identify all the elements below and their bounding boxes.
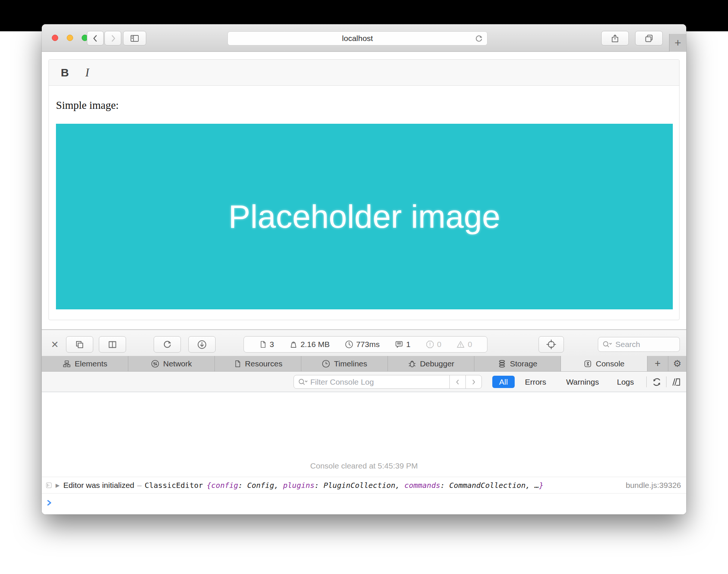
chevron-right-icon <box>108 34 118 43</box>
dock-side-button[interactable] <box>66 336 93 353</box>
circular-arrows-icon <box>652 377 662 387</box>
gear-icon: ⚙ <box>673 358 681 369</box>
share-button[interactable] <box>601 31 629 45</box>
rich-text-editor: B I Simple image: Placeholder image <box>48 59 680 320</box>
placeholder-image[interactable]: Placeholder image <box>56 124 673 309</box>
speech-bubble-icon <box>395 340 404 349</box>
log-separator: – <box>137 481 142 490</box>
dock-windows-icon <box>75 340 85 350</box>
sidebar-icon <box>129 34 140 43</box>
clear-console-button[interactable] <box>650 376 664 388</box>
page-pen-icon <box>671 377 681 387</box>
console-drawer-button[interactable] <box>669 376 684 388</box>
console-filter-input[interactable] <box>310 375 449 388</box>
search-input[interactable] <box>615 340 680 349</box>
stat-documents: 3 <box>259 340 274 349</box>
divider <box>646 376 647 387</box>
share-icon <box>610 34 620 43</box>
close-window-button[interactable] <box>52 35 58 41</box>
tab-console[interactable]: Console <box>561 356 647 371</box>
download-icon <box>197 340 207 350</box>
database-icon <box>498 359 506 368</box>
back-button[interactable] <box>87 31 104 45</box>
tab-network[interactable]: Network <box>128 356 215 371</box>
inspector-search-field[interactable] <box>598 337 680 352</box>
stat-log-count: 1 <box>395 340 411 349</box>
placeholder-image-text: Placeholder image <box>229 198 501 236</box>
tabs-overview-icon <box>644 34 654 43</box>
console-sigma-icon <box>583 359 592 368</box>
reload-page-button[interactable] <box>154 336 181 353</box>
weight-icon <box>289 340 298 349</box>
inspector-settings-button[interactable]: ⚙ <box>668 356 686 371</box>
crosshair-icon <box>546 339 556 350</box>
inspector-toolbar: ✕ <box>42 330 686 356</box>
document-icon <box>259 340 267 349</box>
web-page: B I Simple image: Placeholder image <box>42 52 686 329</box>
next-result-button[interactable] <box>465 375 481 388</box>
search-icon <box>294 375 310 388</box>
new-tab-button[interactable]: + <box>669 34 686 52</box>
elements-hierarchy-icon <box>62 360 71 368</box>
tab-resources[interactable]: Resources <box>215 356 301 371</box>
filter-scope-logs[interactable]: Logs <box>614 372 637 392</box>
console-log-row[interactable]: ▶ Editor was initialized – ClassicEditor… <box>42 477 686 493</box>
log-type-icon <box>45 482 53 489</box>
sidebar-toggle-button[interactable] <box>123 31 146 45</box>
log-object-class: ClassicEditor <box>145 481 203 490</box>
log-source-link[interactable]: bundle.js:39326 <box>626 481 681 490</box>
plus-icon: + <box>655 358 661 369</box>
filter-scope-all[interactable]: All <box>492 376 515 388</box>
reload-icon <box>162 340 172 350</box>
console-prompt[interactable] <box>46 499 53 506</box>
stat-error-count: 0 <box>426 340 442 349</box>
split-panes-icon <box>107 340 117 350</box>
address-bar[interactable]: localhost <box>228 31 487 45</box>
close-icon: ✕ <box>51 339 59 350</box>
inspector-tab-bar: Elements Network Resources Timelines <box>42 356 686 372</box>
disclosure-triangle[interactable]: ▶ <box>56 482 60 488</box>
editor-paragraph[interactable]: Simple image: <box>56 99 119 111</box>
filter-scope-errors[interactable]: Errors <box>521 372 550 392</box>
prompt-chevron-icon <box>46 499 53 506</box>
chevron-left-icon <box>91 34 100 43</box>
plus-icon: + <box>675 37 681 49</box>
log-message: Editor was initialized <box>63 481 134 490</box>
download-button[interactable] <box>188 336 216 353</box>
console-filter-bar: All Errors Warnings Logs <box>42 372 686 392</box>
document-icon <box>233 359 242 368</box>
error-octagon-icon <box>426 340 434 349</box>
element-picker-button[interactable] <box>539 336 564 353</box>
minimize-window-button[interactable] <box>67 35 73 41</box>
clock-icon <box>345 340 354 349</box>
stat-warning-count: 0 <box>456 340 472 349</box>
tab-overview-button[interactable] <box>635 31 663 45</box>
warning-triangle-icon <box>456 340 465 349</box>
network-arrows-icon <box>151 359 160 368</box>
search-icon <box>602 340 613 348</box>
reload-icon[interactable] <box>474 34 483 43</box>
split-view-button[interactable] <box>99 336 126 353</box>
title-bar: localhost <box>42 24 686 52</box>
forward-button[interactable] <box>104 31 121 45</box>
console-cleared-message: Console cleared at 5:45:39 PM <box>42 461 686 470</box>
stat-load-time: 773ms <box>345 340 380 349</box>
web-inspector: ✕ <box>42 329 686 514</box>
divider <box>666 376 666 387</box>
bug-icon <box>408 359 417 368</box>
resource-stats-bar: 3 2.16 MB 773ms <box>244 336 487 353</box>
tab-storage[interactable]: Storage <box>474 356 561 371</box>
italic-button[interactable]: I <box>85 66 89 79</box>
previous-result-button[interactable] <box>449 375 465 388</box>
tab-timelines[interactable]: Timelines <box>301 356 388 371</box>
bold-button[interactable]: B <box>61 66 69 79</box>
address-bar-url: localhost <box>342 34 373 43</box>
console-output: Console cleared at 5:45:39 PM ▶ Editor w… <box>42 392 686 514</box>
console-filter-group <box>294 375 482 389</box>
filter-scope-warnings[interactable]: Warnings <box>562 372 603 392</box>
tab-elements[interactable]: Elements <box>42 356 128 371</box>
editor-toolbar: B I <box>49 60 679 86</box>
close-inspector-button[interactable]: ✕ <box>49 336 60 353</box>
tab-debugger[interactable]: Debugger <box>388 356 474 371</box>
add-tab-button[interactable]: + <box>647 356 668 371</box>
